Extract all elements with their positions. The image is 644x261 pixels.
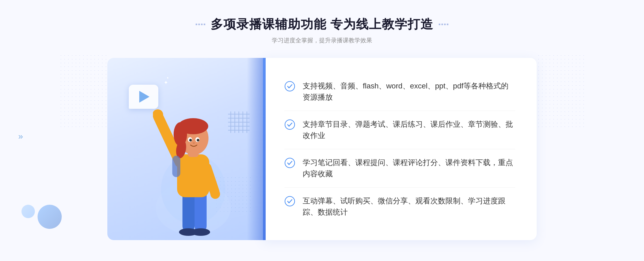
check-circle-icon-1	[284, 81, 295, 92]
feature-item-3: 学习笔记回看、课程提问、课程评论打分、课件资料下载，重点内容收藏	[284, 152, 515, 184]
divider-2	[284, 149, 515, 149]
sparkle-1: ✦	[164, 79, 168, 86]
bg-dots-left	[59, 54, 107, 129]
feature-text-4: 互动弹幕、试听购买、微信分享、观看次数限制、学习进度跟踪、数据统计	[303, 195, 515, 218]
feature-item-4: 互动弹幕、试听购买、微信分享、观看次数限制、学习进度跟踪、数据统计	[284, 191, 515, 223]
svg-point-32	[285, 81, 295, 91]
check-circle-icon-3	[284, 158, 295, 168]
svg-point-20	[210, 189, 220, 199]
feature-item-1: 支持视频、音频、flash、word、excel、ppt、pdf等各种格式的资源…	[284, 76, 515, 108]
svg-point-34	[285, 158, 295, 168]
svg-point-30	[193, 142, 195, 144]
bg-dots-right	[537, 54, 585, 129]
check-circle-icon-4	[284, 196, 295, 207]
svg-point-35	[285, 196, 295, 206]
svg-point-33	[285, 120, 295, 129]
feature-text-1: 支持视频、音频、flash、word、excel、ppt、pdf等各种格式的资源…	[303, 80, 515, 103]
page-title: 多项录播课辅助功能 专为线上教学打造	[211, 16, 434, 33]
feature-text-2: 支持章节目录、弹题考试、课后练习、课后作业、章节测验、批改作业	[303, 119, 515, 141]
header-section: 多项录播课辅助功能 专为线上教学打造 学习进度全掌握，提升录播课教学效果	[196, 16, 449, 44]
accent-bar	[263, 58, 266, 240]
decorator-right	[439, 24, 448, 25]
content-area: ✦ ✦	[107, 58, 537, 240]
circle-decoration-small	[21, 205, 35, 218]
features-panel: 支持视频、音频、flash、word、excel、ppt、pdf等各种格式的资源…	[263, 58, 537, 240]
illustration-panel: ✦ ✦	[107, 58, 263, 240]
feature-item-2: 支持章节目录、弹题考试、课后练习、课后作业、章节测验、批改作业	[284, 114, 515, 146]
sparkle-2: ✦	[166, 76, 169, 80]
left-panel-overlay	[247, 58, 263, 240]
divider-1	[284, 111, 515, 111]
svg-point-29	[197, 139, 199, 141]
play-icon	[139, 91, 149, 103]
circle-decoration-left	[38, 205, 62, 229]
svg-rect-31	[172, 156, 180, 177]
header-decorators: 多项录播课辅助功能 专为线上教学打造	[196, 16, 449, 33]
divider-3	[284, 187, 515, 188]
check-circle-icon-2	[284, 119, 295, 130]
page-subtitle: 学习进度全掌握，提升录播课教学效果	[196, 36, 449, 44]
person-illustration	[153, 95, 233, 240]
svg-point-15	[191, 228, 210, 236]
feature-text-3: 学习笔记回看、课程提问、课程评论打分、课件资料下载，重点内容收藏	[303, 157, 515, 180]
decorator-left	[196, 24, 205, 25]
page-container: » 多项录播课辅助功能 专为线上教学打造 学习进度全掌握，提升录播课教学效果	[0, 0, 644, 261]
left-arrow-decoration: »	[18, 131, 23, 141]
svg-point-28	[189, 139, 192, 141]
